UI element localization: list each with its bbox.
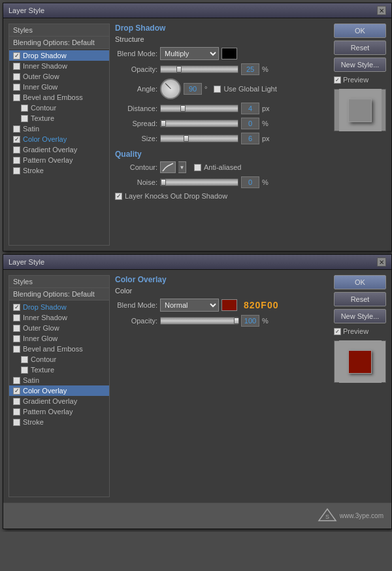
opacity-input-2[interactable] <box>241 315 259 327</box>
layer-knocks-checkbox[interactable] <box>115 193 122 200</box>
opacity-thumb[interactable] <box>176 66 182 73</box>
ok-button-2[interactable]: OK <box>334 275 386 289</box>
checkbox2-contour[interactable] <box>21 356 28 363</box>
opacity-input[interactable] <box>241 63 259 75</box>
preview-checkbox-2[interactable] <box>334 328 341 335</box>
watermark-text: S www.3ype.com <box>318 508 384 524</box>
style2-item-pattern-overlay[interactable]: Pattern Overlay <box>9 406 109 417</box>
checkbox-gradient-overlay[interactable] <box>13 146 20 154</box>
label2-color-overlay: Color Overlay <box>23 387 67 395</box>
checkbox-bevel-emboss[interactable] <box>13 94 20 101</box>
distance-slider[interactable] <box>160 105 238 112</box>
style-item-outer-glow[interactable]: Outer Glow <box>9 71 109 82</box>
style-item-bevel-emboss[interactable]: Bevel and Emboss <box>9 92 109 103</box>
blending-options-2[interactable]: Blending Options: Default <box>9 288 109 301</box>
reset-button-1[interactable]: Reset <box>334 41 386 55</box>
checkbox2-texture[interactable] <box>21 367 28 374</box>
contour-dropdown-btn[interactable]: ▼ <box>178 161 186 173</box>
checkbox2-drop-shadow[interactable] <box>13 304 20 311</box>
overlay-color-swatch[interactable] <box>221 299 237 311</box>
checkbox-satin[interactable] <box>13 125 20 133</box>
style2-item-outer-glow[interactable]: Outer Glow <box>9 323 109 333</box>
checkbox2-outer-glow[interactable] <box>13 325 20 332</box>
blend-mode-row: Blend Mode: Multiply Normal Screen <box>115 47 329 60</box>
titlebar-1: Layer Style ✕ <box>3 3 391 18</box>
section-title-2: Color Overlay <box>115 275 329 284</box>
style2-item-texture[interactable]: Texture <box>9 365 109 375</box>
distance-thumb[interactable] <box>180 105 186 112</box>
new-style-button-2[interactable]: New Style... <box>334 309 386 323</box>
size-input[interactable] <box>241 133 259 144</box>
checkbox-color-overlay[interactable] <box>13 136 20 143</box>
style-item-inner-shadow[interactable]: Inner Shadow <box>9 61 109 71</box>
style2-item-bevel-emboss[interactable]: Bevel and Emboss <box>9 344 109 354</box>
spread-slider[interactable] <box>160 120 238 127</box>
style2-item-inner-shadow[interactable]: Inner Shadow <box>9 312 109 323</box>
checkbox2-pattern-overlay[interactable] <box>13 408 20 416</box>
preview-bg-2 <box>339 340 382 383</box>
blending-options-1[interactable]: Blending Options: Default <box>9 37 109 49</box>
spread-input[interactable] <box>241 118 259 129</box>
angle-dial[interactable] <box>160 78 181 99</box>
checkbox-pattern-overlay[interactable] <box>13 157 20 164</box>
noise-thumb[interactable] <box>161 179 166 186</box>
close-button-2[interactable]: ✕ <box>377 257 386 267</box>
noise-slider[interactable] <box>160 178 238 186</box>
blend-mode-select-2[interactable]: Normal Multiply Screen <box>160 299 219 312</box>
new-style-button-1[interactable]: New Style... <box>334 57 386 72</box>
style2-item-drop-shadow[interactable]: Drop Shadow <box>9 302 109 312</box>
checkbox2-satin[interactable] <box>13 377 20 384</box>
global-light-checkbox[interactable] <box>214 86 221 93</box>
style2-item-gradient-overlay[interactable]: Gradient Overlay <box>9 396 109 406</box>
checkbox2-inner-glow[interactable] <box>13 335 20 342</box>
preview-row-1: Preview <box>334 76 386 84</box>
label-color-overlay: Color Overlay <box>23 135 67 143</box>
style-item-satin[interactable]: Satin <box>9 123 109 134</box>
distance-input[interactable] <box>241 103 259 114</box>
checkbox2-stroke[interactable] <box>13 419 20 426</box>
style-item-gradient-overlay[interactable]: Gradient Overlay <box>9 144 109 155</box>
style-item-contour[interactable]: Contour <box>9 103 109 113</box>
noise-input[interactable] <box>241 176 259 188</box>
checkbox2-bevel-emboss[interactable] <box>13 346 20 353</box>
checkbox-texture[interactable] <box>21 115 28 122</box>
style-item-color-overlay[interactable]: Color Overlay <box>9 134 109 144</box>
close-button-1[interactable]: ✕ <box>377 6 386 15</box>
style2-item-inner-glow[interactable]: Inner Glow <box>9 333 109 344</box>
checkbox-outer-glow[interactable] <box>13 73 20 80</box>
anti-aliased-checkbox[interactable] <box>194 164 201 171</box>
style-item-pattern-overlay[interactable]: Pattern Overlay <box>9 155 109 165</box>
style-item-drop-shadow[interactable]: Drop Shadow <box>9 50 109 61</box>
preview-checkbox-1[interactable] <box>334 76 341 84</box>
checkbox-inner-shadow[interactable] <box>13 63 20 70</box>
contour-preview[interactable] <box>160 161 176 173</box>
opacity-slider[interactable] <box>160 65 238 73</box>
spread-row: Spread: % <box>115 118 329 129</box>
size-thumb[interactable] <box>184 135 189 142</box>
angle-input[interactable] <box>184 83 202 95</box>
style-item-stroke[interactable]: Stroke <box>9 165 109 176</box>
checkbox2-inner-shadow[interactable] <box>13 314 20 321</box>
style2-item-contour[interactable]: Contour <box>9 354 109 365</box>
style2-item-color-overlay[interactable]: Color Overlay <box>9 385 109 396</box>
checkbox-stroke[interactable] <box>13 167 20 174</box>
checkbox2-color-overlay[interactable] <box>13 387 20 395</box>
opacity-thumb-2[interactable] <box>234 318 239 324</box>
ok-button-1[interactable]: OK <box>334 24 386 38</box>
style2-item-stroke[interactable]: Stroke <box>9 417 109 427</box>
opacity-row-2: Opacity: % <box>115 315 329 327</box>
blend-mode-select[interactable]: Multiply Normal Screen <box>160 47 219 60</box>
opacity-slider-2[interactable] <box>160 317 238 325</box>
checkbox-inner-glow[interactable] <box>13 84 20 91</box>
style2-item-satin[interactable]: Satin <box>9 375 109 385</box>
style-item-inner-glow[interactable]: Inner Glow <box>9 82 109 92</box>
size-slider[interactable] <box>160 135 238 142</box>
layer-knocks-row: Layer Knocks Out Drop Shadow <box>115 192 329 200</box>
shadow-color-swatch[interactable] <box>221 48 237 59</box>
checkbox-contour[interactable] <box>21 105 28 112</box>
checkbox-drop-shadow[interactable] <box>13 52 20 59</box>
style-item-texture[interactable]: Texture <box>9 113 109 123</box>
checkbox2-gradient-overlay[interactable] <box>13 398 20 405</box>
spread-thumb[interactable] <box>161 120 166 127</box>
reset-button-2[interactable]: Reset <box>334 292 386 306</box>
